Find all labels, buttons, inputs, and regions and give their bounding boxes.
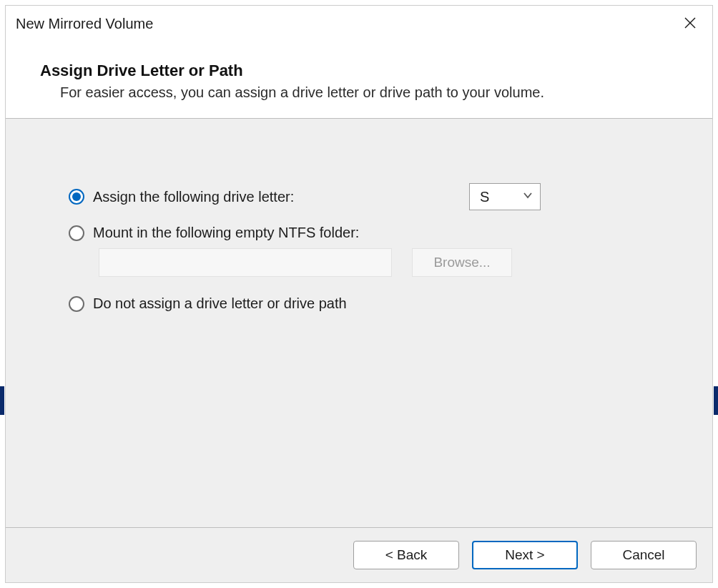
chevron-down-icon — [523, 190, 533, 203]
drive-letter-value: S — [480, 189, 489, 205]
content-area: Assign the following drive letter: S Mou… — [6, 119, 712, 527]
radio-assign-letter[interactable] — [69, 189, 84, 205]
page-heading: Assign Drive Letter or Path — [40, 62, 684, 80]
close-icon — [684, 16, 697, 31]
label-assign-letter: Assign the following drive letter: — [93, 189, 294, 205]
browse-button: Browse... — [412, 248, 512, 277]
footer: < Back Next > Cancel — [6, 528, 712, 582]
radio-mount-folder[interactable] — [69, 225, 84, 241]
next-button[interactable]: Next > — [472, 541, 578, 569]
radio-dot-icon — [72, 192, 81, 201]
cancel-button[interactable]: Cancel — [591, 541, 697, 569]
page-subtext: For easier access, you can assign a driv… — [40, 84, 684, 101]
mount-path-input — [99, 248, 392, 277]
bg-accent-right — [714, 386, 718, 415]
header-section: Assign Drive Letter or Path For easier a… — [6, 41, 712, 118]
wizard-dialog: New Mirrored Volume Assign Drive Letter … — [5, 5, 713, 583]
drive-letter-select[interactable]: S — [469, 183, 541, 210]
mount-folder-controls: Browse... — [69, 248, 669, 277]
option-assign-letter: Assign the following drive letter: S — [69, 183, 669, 210]
radio-no-assign[interactable] — [69, 296, 84, 312]
option-no-assign: Do not assign a drive letter or drive pa… — [69, 295, 669, 312]
titlebar: New Mirrored Volume — [6, 6, 712, 41]
label-no-assign: Do not assign a drive letter or drive pa… — [93, 295, 347, 312]
drive-letter-select-wrap: S — [469, 183, 541, 210]
close-button[interactable] — [678, 11, 702, 36]
window-title: New Mirrored Volume — [16, 16, 153, 32]
back-button[interactable]: < Back — [353, 541, 459, 569]
bg-accent-left — [0, 386, 4, 415]
label-mount-folder: Mount in the following empty NTFS folder… — [93, 225, 359, 241]
option-mount-folder: Mount in the following empty NTFS folder… — [69, 225, 669, 241]
